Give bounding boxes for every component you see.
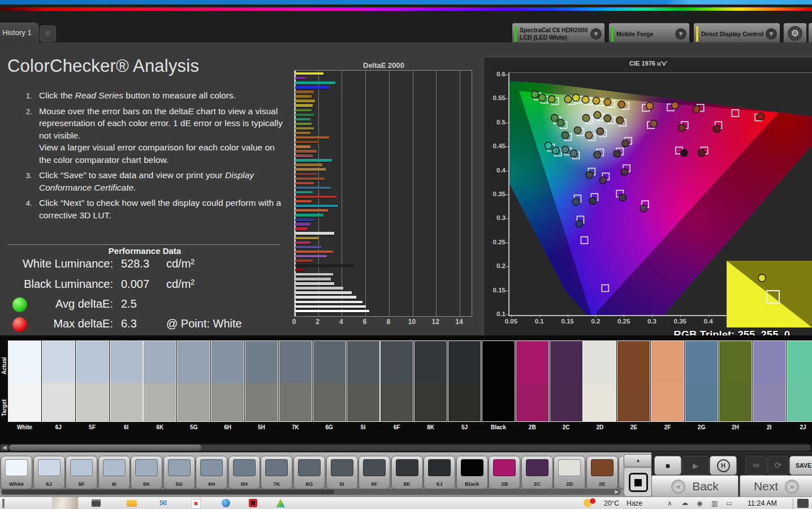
deltae-bar[interactable] [295, 296, 356, 298]
color-patch-button[interactable]: 5H [228, 456, 260, 489]
measured-marker[interactable] [599, 176, 607, 184]
mail-icon[interactable]: ✉ [159, 498, 167, 508]
measured-marker[interactable] [621, 169, 628, 176]
settings-button[interactable]: ⚙ [783, 23, 807, 45]
deltae-bar[interactable] [295, 200, 312, 202]
measured-marker[interactable] [698, 149, 705, 157]
deltae-bar[interactable] [295, 310, 369, 312]
camera-app-icon[interactable] [249, 499, 257, 507]
color-patch-button[interactable]: 8K [391, 456, 423, 489]
deltae-bar[interactable] [295, 81, 335, 84]
deltae-bar[interactable] [295, 218, 314, 221]
color-patch-button[interactable]: 6K [131, 456, 162, 489]
notification-center-icon[interactable] [797, 499, 809, 508]
tab-history-1[interactable]: History 1 [0, 23, 38, 43]
measured-marker[interactable] [562, 132, 569, 139]
color-patch-button[interactable]: 6J [33, 456, 65, 489]
deltae-bar[interactable] [295, 123, 312, 125]
deltae-bar[interactable] [295, 77, 306, 79]
photo-thumbnail[interactable] [52, 497, 78, 509]
tab-options-button[interactable] [40, 25, 56, 42]
deltae-bar[interactable] [295, 251, 333, 253]
measured-marker[interactable] [604, 115, 611, 122]
deltae-bar[interactable] [295, 223, 310, 225]
measured-marker[interactable] [576, 221, 583, 228]
clock[interactable]: 11:24 AM [748, 499, 777, 507]
measured-marker[interactable] [650, 120, 658, 127]
color-patch-button[interactable]: 7K [261, 456, 292, 489]
printer-icon[interactable] [92, 499, 101, 507]
measured-marker[interactable] [586, 171, 593, 179]
deltae-bar[interactable] [295, 114, 314, 116]
deltae-bar[interactable] [295, 246, 321, 248]
measured-marker[interactable] [545, 142, 552, 149]
deltae-bar[interactable] [295, 141, 319, 143]
color-patch-button[interactable]: 6H [196, 456, 227, 489]
close-x-app-icon[interactable]: ✖ [191, 499, 201, 508]
deltae-bar[interactable] [295, 118, 310, 120]
measured-marker[interactable] [619, 194, 627, 201]
scrollbar-thumb[interactable] [2, 490, 334, 494]
clipped-header-button[interactable] [808, 23, 812, 45]
deltae-bar[interactable] [295, 95, 312, 97]
measured-marker[interactable] [574, 127, 581, 134]
deltae-bar[interactable] [295, 273, 333, 275]
save-button[interactable]: SAVE [789, 456, 812, 475]
patch-row-scrollbar[interactable]: ▶ [1, 489, 621, 495]
scrollbar-thumb[interactable] [9, 445, 201, 451]
color-patch-button[interactable]: 5I [326, 456, 358, 489]
color-patch-button[interactable]: 6G [293, 456, 325, 489]
next-button[interactable]: Next » [740, 475, 812, 498]
deltae-bar[interactable] [295, 260, 313, 262]
measured-marker[interactable] [570, 150, 577, 157]
color-patch-button[interactable]: 2D [554, 456, 585, 489]
collapse-panel-button[interactable]: ▲ [624, 454, 653, 467]
deltae-bar[interactable] [295, 168, 326, 170]
measured-marker[interactable] [594, 111, 601, 119]
measured-marker[interactable] [582, 96, 589, 103]
deltae-bar[interactable] [295, 163, 322, 166]
color-patch-button[interactable]: 6F [359, 456, 390, 489]
color-patch-button[interactable]: White [1, 456, 32, 489]
stop-button[interactable]: ■ [654, 456, 681, 475]
measured-marker[interactable] [618, 101, 625, 108]
deltae-bar[interactable] [295, 269, 304, 271]
color-patch-button[interactable]: 2B [489, 456, 520, 489]
deltae-bar[interactable] [295, 282, 334, 284]
deltae-bar[interactable] [295, 72, 323, 75]
measured-marker[interactable] [614, 150, 621, 158]
color-patch-button[interactable]: Black [456, 456, 488, 489]
measured-marker[interactable] [640, 205, 647, 212]
measured-marker[interactable] [678, 124, 685, 132]
play-button[interactable]: ▶ [682, 456, 709, 475]
measured-marker[interactable] [562, 146, 569, 153]
deltae-bar[interactable] [295, 214, 323, 216]
weather-condition-text[interactable]: Haze [627, 499, 642, 507]
deltae-bar[interactable] [295, 173, 317, 175]
measured-marker[interactable] [597, 128, 604, 135]
deltae-bar[interactable] [295, 154, 313, 157]
deltae-bar[interactable] [295, 127, 314, 130]
measured-marker[interactable] [552, 147, 559, 154]
scroll-right-button[interactable]: ▶ [613, 489, 620, 495]
read-series-button[interactable]: ⟳ [767, 456, 789, 475]
deltae-bar[interactable] [295, 109, 312, 111]
deltae-bar[interactable] [295, 182, 314, 184]
volume-icon[interactable]: ▥ [711, 499, 718, 507]
deltae-bar[interactable] [295, 287, 343, 289]
measured-marker[interactable] [757, 113, 765, 120]
deltae-bar[interactable] [295, 150, 317, 152]
deltae-bar[interactable] [295, 191, 313, 193]
network-icon[interactable]: ◉ [697, 499, 702, 507]
continuous-read-button[interactable]: ∞ [745, 456, 767, 475]
calman-logo-icon[interactable] [276, 499, 285, 507]
measured-marker[interactable] [672, 102, 679, 109]
scroll-left-button[interactable]: ◀ [1, 445, 8, 451]
measured-marker[interactable] [572, 94, 580, 102]
measured-marker[interactable] [582, 114, 590, 122]
deltae-bar[interactable] [295, 237, 319, 239]
cloud-icon[interactable]: ☁ [681, 499, 688, 507]
browser-icon[interactable] [222, 499, 230, 507]
measured-marker[interactable] [572, 199, 580, 206]
stop-large-button[interactable] [624, 467, 653, 497]
